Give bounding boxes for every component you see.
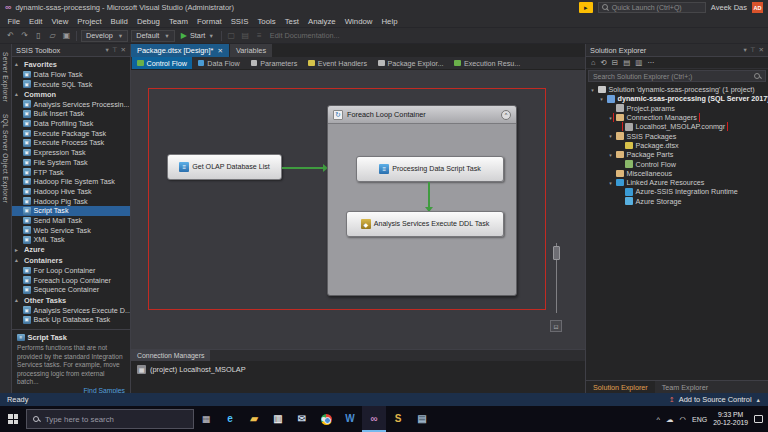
menu-test[interactable]: Test: [280, 17, 303, 26]
bottom-tab-solution-explorer[interactable]: Solution Explorer: [586, 381, 655, 393]
user-avatar[interactable]: AD: [752, 2, 763, 13]
tree-item-miscellaneous[interactable]: Miscellaneous: [586, 169, 768, 178]
solution-configuration-dropdown[interactable]: Develop ▼: [81, 30, 128, 42]
menu-project[interactable]: Project: [73, 17, 106, 26]
window-menu-icon[interactable]: ▾: [744, 46, 747, 54]
taskbar-app-ssms[interactable]: S: [386, 406, 410, 432]
nav-back-icon[interactable]: ↶: [5, 30, 16, 41]
window-menu-icon[interactable]: ▾: [106, 46, 109, 54]
menu-tools[interactable]: Tools: [253, 17, 280, 26]
taskbar-app-visual-studio[interactable]: ∞: [362, 406, 386, 432]
designer-tab-package-explor[interactable]: Package Explor...: [373, 57, 448, 69]
taskbar-app-chrome[interactable]: ●: [314, 406, 338, 432]
nav-forward-icon[interactable]: ↷: [19, 30, 30, 41]
properties-icon[interactable]: ▤: [623, 58, 630, 67]
save-icon[interactable]: ▣: [61, 30, 72, 41]
close-icon[interactable]: ✕: [217, 47, 222, 55]
toolbox-item-expression-task[interactable]: ▣Expression Task: [12, 148, 130, 158]
menu-debug[interactable]: Debug: [132, 17, 164, 26]
designer-tab-data-flow[interactable]: Data Flow: [193, 57, 245, 69]
designer-tab-control-flow[interactable]: Control Flow: [132, 57, 192, 69]
solution-platform-dropdown[interactable]: Default ▼: [131, 30, 175, 42]
tree-item-localhost-msolap-conmgr[interactable]: Localhost_MSOLAP.conmgr: [586, 122, 768, 131]
tree-expanded-icon[interactable]: ▾: [589, 87, 596, 93]
taskbar-app-app-9[interactable]: ▤: [410, 406, 434, 432]
task-processing-data-script[interactable]: ≡ Processing Data Script Task: [356, 156, 504, 182]
refresh-icon[interactable]: ⟲: [601, 58, 607, 67]
open-file-icon[interactable]: ▱: [47, 30, 58, 41]
tree-expanded-icon[interactable]: ▾: [598, 96, 605, 102]
toolbox-item-analysis-services-execute-d[interactable]: ▣Analysis Services Execute D...: [12, 305, 130, 315]
toolbox-item-data-flow-task[interactable]: ▣Data Flow Task: [12, 70, 130, 80]
toolbox-item-send-mail-task[interactable]: ▣Send Mail Task: [12, 216, 130, 226]
hidden-icons-chevron[interactable]: ^: [656, 415, 660, 424]
onedrive-icon[interactable]: ☁: [666, 415, 674, 424]
taskbar-app-store[interactable]: ▥: [266, 406, 290, 432]
tree-item-azure-ssis-integration-runtime[interactable]: Azure-SSIS Integration Runtime: [586, 187, 768, 196]
toolbox-item-file-system-task[interactable]: ▣File System Task: [12, 158, 130, 168]
solution-explorer-search-input[interactable]: Search Solution Explorer (Ctrl+;): [588, 70, 766, 82]
taskbar-search-input[interactable]: Type here to search: [26, 409, 194, 429]
close-icon[interactable]: ✕: [759, 46, 764, 54]
add-to-source-control[interactable]: ↥ Add to Source Control ▲: [669, 395, 761, 404]
taskbar-app-edge[interactable]: e: [218, 406, 242, 432]
task-view-icon[interactable]: ▦: [194, 406, 218, 432]
side-tab-server-explorer[interactable]: Server Explorer: [2, 52, 9, 102]
menu-view[interactable]: View: [47, 17, 73, 26]
taskbar-app-mail[interactable]: ✉: [290, 406, 314, 432]
tree-item-control-flow[interactable]: Control Flow: [586, 159, 768, 168]
task-get-olap-database-list[interactable]: ≡ Get OLAP Database List: [167, 154, 282, 180]
toolbox-item-hadoop-hive-task[interactable]: ▣Hadoop Hive Task: [12, 187, 130, 197]
preview-icon[interactable]: ▥: [635, 58, 642, 67]
toolbox-item-execute-sql-task[interactable]: ▣Execute SQL Task: [12, 79, 130, 89]
bottom-tab-team-explorer[interactable]: Team Explorer: [655, 381, 715, 393]
designer-tab-parameters[interactable]: Parameters: [246, 57, 303, 69]
toolbox-item-web-service-task[interactable]: ▣Web Service Task: [12, 225, 130, 235]
start-button[interactable]: [0, 406, 26, 432]
doc-tab-variables[interactable]: Variables: [230, 44, 272, 57]
toolbox-item-foreach-loop-container[interactable]: ▣Foreach Loop Container: [12, 275, 130, 285]
toolbox-section-favorites[interactable]: ▴Favorites: [12, 59, 130, 70]
toolbox-section-other-tasks[interactable]: ▴Other Tasks: [12, 295, 130, 306]
more-icon[interactable]: ⋯: [647, 58, 655, 67]
doc-tab-package-dtsx-design[interactable]: Package.dtsx [Design]*✕: [131, 44, 229, 57]
menu-format[interactable]: Format: [192, 17, 226, 26]
network-icon[interactable]: ◠: [680, 415, 687, 424]
toolbox-item-script-task[interactable]: ▣Script Task: [12, 206, 130, 216]
control-flow-canvas[interactable]: ≡ Get OLAP Database List ↻ Foreach Loop …: [131, 70, 585, 349]
tree-expanded-icon[interactable]: ▾: [607, 152, 614, 158]
new-file-icon[interactable]: ▯: [33, 30, 44, 41]
taskbar-clock[interactable]: 9:33 PM 20-12-2019: [713, 411, 748, 427]
tree-item-solution-dynamic-ssas-processing-1-project[interactable]: ▾Solution 'dynamic-ssas-processing' (1 p…: [586, 85, 768, 94]
toolbox-item-back-up-database-task[interactable]: ▣Back Up Database Task: [12, 315, 130, 325]
toolbox-item-for-loop-container[interactable]: ▣For Loop Container: [12, 266, 130, 276]
connection-manager-item[interactable]: ▦ (project) Localhost_MSOLAP: [137, 365, 246, 374]
precedence-arrow[interactable]: [428, 182, 430, 211]
toolbox-item-ftp-task[interactable]: ▣FTP Task: [12, 167, 130, 177]
precedence-arrow[interactable]: [282, 167, 327, 169]
tree-item-linked-azure-resources[interactable]: ▾Linked Azure Resources: [586, 178, 768, 187]
tree-item-connection-managers[interactable]: ▾Connection Managers: [586, 113, 768, 122]
toolbox-item-xml-task[interactable]: ▣XML Task: [12, 235, 130, 245]
zoom-slider[interactable]: [552, 243, 561, 313]
toolbox-item-execute-process-task[interactable]: ▣Execute Process Task: [12, 138, 130, 148]
tree-expanded-icon[interactable]: ▾: [607, 115, 614, 121]
toolbox-item-bulk-insert-task[interactable]: ▣Bulk Insert Task: [12, 109, 130, 119]
foreach-loop-container[interactable]: ↻ Foreach Loop Container ^ ≡ Processing …: [327, 105, 517, 296]
feedback-icon[interactable]: ▸: [579, 2, 593, 13]
language-indicator[interactable]: ENG: [692, 416, 707, 423]
menu-edit[interactable]: Edit: [25, 17, 47, 26]
home-icon[interactable]: ⌂: [591, 58, 596, 67]
side-tab-sql-server-object-explorer[interactable]: SQL Server Object Explorer: [2, 114, 9, 203]
action-center-icon[interactable]: [754, 415, 763, 423]
pin-icon[interactable]: ⊤: [112, 46, 118, 54]
toolbox-section-containers[interactable]: ▴Containers: [12, 255, 130, 266]
menu-file[interactable]: File: [3, 17, 25, 26]
tree-item-dynamic-ssas-processing-sql-server-2017[interactable]: ▾dynamic-ssas-processing (SQL Server 201…: [586, 94, 768, 103]
tree-expanded-icon[interactable]: ▾: [607, 180, 614, 186]
tree-item-project-params[interactable]: Project.params: [586, 104, 768, 113]
collapse-all-icon[interactable]: ⊟: [612, 58, 618, 67]
toolbox-item-hadoop-file-system-task[interactable]: ▣Hadoop File System Task: [12, 177, 130, 187]
menu-team[interactable]: Team: [164, 17, 192, 26]
toolbox-item-execute-package-task[interactable]: ▣Execute Package Task: [12, 128, 130, 138]
